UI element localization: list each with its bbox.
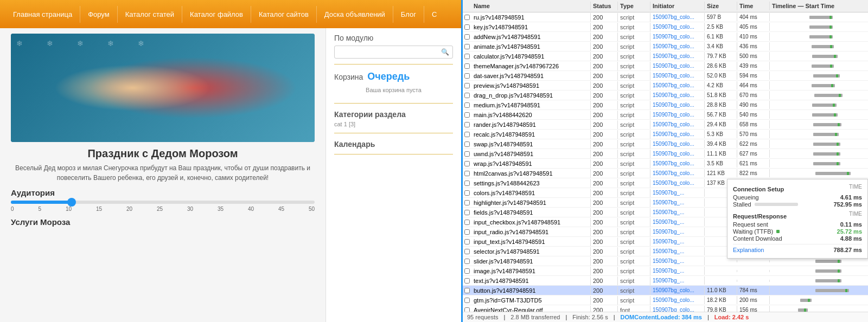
checkbox-input[interactable]: [464, 181, 470, 186]
slider-thumb[interactable]: [67, 198, 76, 207]
table-row[interactable]: themeManager.js?v1487967226 200 script 1…: [463, 61, 868, 71]
table-row[interactable]: recalc.js?v1487948591 200 script 150907b…: [463, 130, 868, 139]
row-checkbox[interactable]: [463, 278, 471, 284]
checkbox-input[interactable]: [464, 93, 470, 98]
checkbox-input[interactable]: [464, 73, 470, 79]
row-checkbox[interactable]: [463, 112, 471, 118]
table-row[interactable]: button.js?v1487948591 200 script 150907b…: [463, 286, 868, 295]
table-row[interactable]: calculator.js?v1487948591 200 script 150…: [463, 51, 868, 61]
table-row[interactable]: animate.js?v1487948591 200 script 150907…: [463, 42, 868, 51]
table-row[interactable]: image.js?v1487948591 200 script 150907bg…: [463, 266, 868, 276]
row-checkbox[interactable]: [463, 307, 471, 312]
checkbox-input[interactable]: [464, 210, 470, 215]
row-checkbox[interactable]: [463, 181, 471, 186]
checkbox-input[interactable]: [464, 288, 470, 293]
checkbox-input[interactable]: [464, 200, 470, 205]
row-checkbox[interactable]: [463, 93, 471, 98]
checkbox-input[interactable]: [464, 141, 470, 147]
row-checkbox[interactable]: [463, 200, 471, 205]
row-checkbox[interactable]: [463, 161, 471, 166]
table-row[interactable]: key.js?v1487948591 200 script 150907bg_c…: [463, 22, 868, 32]
nav-articles[interactable]: Каталог статей: [118, 6, 182, 23]
category-item[interactable]: cat 1 [3]: [334, 121, 453, 127]
checkbox-input[interactable]: [464, 171, 470, 176]
row-checkbox[interactable]: [463, 249, 471, 254]
checkbox-input[interactable]: [464, 122, 470, 127]
checkbox-input[interactable]: [464, 15, 470, 20]
table-row[interactable]: ru.js?v1487948591 200 script 150907bg_co…: [463, 12, 868, 22]
nav-blog[interactable]: Блог: [393, 6, 424, 23]
table-row[interactable]: main.js?v1488442620 200 script 150907bg_…: [463, 110, 868, 120]
row-checkbox[interactable]: [463, 298, 471, 303]
table-row[interactable]: input_checkbox.js?v1487948591 200 script…: [463, 217, 868, 227]
row-checkbox[interactable]: [463, 151, 471, 157]
checkbox-input[interactable]: [464, 278, 470, 284]
table-row[interactable]: input_radio.js?v1487948591 200 script 15…: [463, 227, 868, 237]
checkbox-input[interactable]: [464, 44, 470, 49]
row-checkbox[interactable]: [463, 268, 471, 274]
row-checkbox[interactable]: [463, 259, 471, 264]
checkbox-input[interactable]: [464, 190, 470, 196]
checkbox-input[interactable]: [464, 259, 470, 264]
table-row[interactable]: settings.js?v1488442623 200 script 15090…: [463, 178, 868, 188]
row-checkbox[interactable]: [463, 239, 471, 244]
nav-sites[interactable]: Каталог сайтов: [251, 6, 317, 23]
row-checkbox[interactable]: [463, 220, 471, 225]
checkbox-input[interactable]: [464, 54, 470, 59]
checkbox-input[interactable]: [464, 298, 470, 303]
table-row[interactable]: swap.js?v1487948591 200 script 150907bg_…: [463, 139, 868, 149]
table-row[interactable]: highlighter.js?v1487948591 200 script 15…: [463, 198, 868, 208]
table-row[interactable]: html2canvas.js?v1487948591 200 script 15…: [463, 169, 868, 178]
network-table-body[interactable]: ru.js?v1487948591 200 script 150907bg_co…: [463, 12, 868, 312]
search-box[interactable]: 🔍: [334, 46, 453, 59]
checkbox-input[interactable]: [464, 34, 470, 40]
checkbox-input[interactable]: [464, 83, 470, 88]
row-checkbox[interactable]: [463, 63, 471, 69]
row-checkbox[interactable]: [463, 210, 471, 215]
row-checkbox[interactable]: [463, 190, 471, 196]
row-checkbox[interactable]: [463, 229, 471, 235]
table-row[interactable]: gtm.js?id=GTM-T3JDTD5 200 script 150907b…: [463, 295, 868, 305]
table-row[interactable]: rander.js?v1487948591 200 script 150907b…: [463, 120, 868, 130]
row-checkbox[interactable]: [463, 83, 471, 88]
table-row[interactable]: selector.js?v1487948591 200 script 15090…: [463, 247, 868, 256]
checkbox-input[interactable]: [464, 112, 470, 118]
row-checkbox[interactable]: [463, 15, 471, 20]
checkbox-input[interactable]: [464, 220, 470, 225]
table-row[interactable]: slider.js?v1487948591 200 script 150907b…: [463, 256, 868, 266]
table-row[interactable]: medium.js?v1487948591 200 script 150907b…: [463, 100, 868, 110]
checkbox-input[interactable]: [464, 249, 470, 254]
table-row[interactable]: input_text.js?v1487948591 200 script 150…: [463, 237, 868, 247]
table-row[interactable]: uwnd.js?v1487948591 200 script 150907bg_…: [463, 149, 868, 159]
checkbox-input[interactable]: [464, 24, 470, 30]
search-input[interactable]: [338, 48, 438, 56]
row-checkbox[interactable]: [463, 171, 471, 176]
audience-slider-container[interactable]: 0 5 10 15 20 25 30 35 40 45 50: [11, 201, 315, 212]
nav-home[interactable]: Главная страница: [5, 6, 80, 23]
checkbox-input[interactable]: [464, 151, 470, 157]
checkbox-input[interactable]: [464, 229, 470, 235]
checkbox-input[interactable]: [464, 132, 470, 137]
table-row[interactable]: colors.js?v1487948591 200 script 150907b…: [463, 188, 868, 198]
row-checkbox[interactable]: [463, 132, 471, 137]
checkbox-input[interactable]: [464, 268, 470, 274]
row-checkbox[interactable]: [463, 34, 471, 40]
row-checkbox[interactable]: [463, 24, 471, 30]
checkbox-input[interactable]: [464, 63, 470, 69]
table-row[interactable]: fields.js?v1487948591 200 script 150907b…: [463, 208, 868, 217]
checkbox-input[interactable]: [464, 307, 470, 312]
table-row[interactable]: drag_n_drop.js?v1487948591 200 script 15…: [463, 91, 868, 100]
checkbox-input[interactable]: [464, 102, 470, 108]
nav-extra[interactable]: С: [424, 6, 444, 23]
nav-forum[interactable]: Форум: [80, 6, 118, 23]
checkbox-input[interactable]: [464, 239, 470, 244]
table-row[interactable]: preview.js?v1487948591 200 script 150907…: [463, 81, 868, 91]
table-row[interactable]: wrap.js?v1487948591 200 script 150907bg_…: [463, 159, 868, 169]
checkbox-input[interactable]: [464, 161, 470, 166]
nav-files[interactable]: Каталог файлов: [182, 6, 251, 23]
table-row[interactable]: AvenirNextCyr-Regular.otf 200 font 15090…: [463, 305, 868, 312]
row-checkbox[interactable]: [463, 102, 471, 108]
row-checkbox[interactable]: [463, 288, 471, 293]
table-row[interactable]: dat-saver.js?v1487948591 200 script 1509…: [463, 71, 868, 81]
row-checkbox[interactable]: [463, 44, 471, 49]
